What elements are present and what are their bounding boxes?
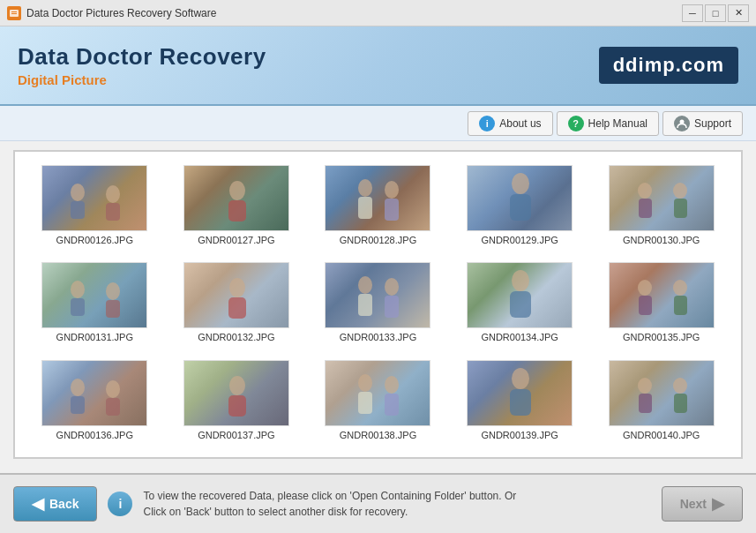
svg-rect-16 (385, 199, 399, 221)
bottom-info-line1: To view the recovered Data, please click… (143, 488, 516, 504)
svg-point-23 (673, 183, 687, 199)
image-thumbnail (325, 165, 430, 231)
back-arrow-icon: ◀ (32, 494, 44, 514)
svg-rect-12 (326, 166, 430, 231)
list-item[interactable]: GNDR00126.JPG (28, 165, 161, 249)
app-icon (7, 6, 21, 20)
image-thumbnail (467, 262, 573, 328)
svg-point-34 (358, 276, 372, 294)
list-item[interactable]: GNDR00127.JPG (170, 165, 303, 249)
svg-rect-61 (510, 389, 531, 416)
svg-rect-1 (11, 11, 17, 12)
svg-rect-8 (106, 203, 120, 221)
image-thumbnail (325, 360, 430, 426)
image-thumbnail (325, 262, 430, 328)
svg-rect-58 (385, 394, 399, 416)
svg-rect-41 (610, 263, 715, 328)
svg-point-52 (229, 376, 245, 395)
list-item[interactable]: GNDR00132.JPG (170, 262, 303, 346)
svg-rect-4 (42, 166, 147, 231)
list-item[interactable]: GNDR00129.JPG (453, 165, 587, 249)
list-item[interactable]: GNDR00128.JPG (311, 165, 445, 249)
maximize-button[interactable]: □ (705, 4, 726, 22)
svg-point-10 (229, 181, 245, 200)
svg-rect-22 (639, 199, 652, 218)
svg-rect-43 (639, 296, 652, 315)
list-item[interactable]: GNDR00133.JPG (311, 262, 445, 346)
back-button[interactable]: ◀ Back (13, 486, 97, 522)
next-label: Next (680, 497, 707, 511)
list-item[interactable]: GNDR00131.JPG (28, 262, 161, 346)
image-filename: GNDR00131.JPG (56, 332, 133, 342)
about-us-button[interactable]: i About us (468, 111, 552, 136)
app-header: Data Doctor Recovery Digital Picture ddi… (0, 26, 756, 106)
help-icon: ? (568, 116, 584, 131)
list-item[interactable]: GNDR00140.JPG (595, 360, 728, 444)
image-thumbnail (41, 165, 147, 231)
app-title-block: Data Doctor Recovery Digital Picture (18, 43, 266, 87)
svg-rect-40 (510, 291, 531, 318)
title-bar: Data Doctor Pictures Recovery Software ─… (0, 0, 756, 26)
svg-point-21 (638, 183, 652, 199)
svg-rect-64 (639, 394, 652, 413)
svg-rect-54 (326, 361, 430, 426)
svg-point-42 (638, 280, 652, 296)
list-item[interactable]: GNDR00134.JPG (453, 262, 587, 346)
image-thumbnail (183, 165, 289, 231)
svg-rect-20 (610, 166, 715, 231)
svg-rect-14 (358, 197, 372, 219)
svg-point-18 (512, 173, 529, 194)
svg-rect-46 (42, 361, 147, 426)
svg-point-63 (638, 378, 652, 394)
svg-rect-27 (71, 298, 85, 316)
list-item[interactable]: GNDR00138.JPG (311, 360, 445, 444)
help-manual-label: Help Manual (588, 117, 647, 130)
image-filename: GNDR00140.JPG (623, 430, 700, 440)
next-button[interactable]: Next ▶ (662, 486, 743, 522)
svg-point-7 (106, 185, 120, 203)
svg-point-26 (71, 281, 85, 298)
image-filename: GNDR00136.JPG (56, 430, 133, 440)
image-filename: GNDR00127.JPG (198, 235, 274, 245)
image-thumbnail (183, 262, 289, 328)
back-label: Back (49, 497, 79, 511)
svg-rect-56 (358, 392, 372, 414)
list-item[interactable]: GNDR00130.JPG (595, 165, 728, 249)
info-icon: i (479, 116, 495, 131)
image-thumbnail (609, 262, 715, 328)
image-thumbnail (467, 165, 573, 231)
list-item[interactable]: GNDR00137.JPG (170, 360, 303, 444)
image-filename: GNDR00137.JPG (198, 430, 274, 440)
app-logo: ddimp.com (599, 47, 738, 84)
svg-rect-45 (674, 296, 687, 315)
list-item[interactable]: GNDR00135.JPG (595, 262, 728, 346)
close-button[interactable]: ✕ (728, 4, 749, 22)
image-filename: GNDR00132.JPG (198, 332, 274, 342)
svg-rect-29 (106, 300, 120, 318)
image-thumbnail (41, 262, 147, 328)
support-button[interactable]: Support (662, 111, 743, 136)
image-filename: GNDR00134.JPG (481, 332, 558, 342)
list-item[interactable]: GNDR00139.JPG (453, 360, 587, 444)
svg-rect-33 (326, 263, 430, 328)
image-filename: GNDR00130.JPG (623, 235, 700, 245)
minimize-button[interactable]: ─ (682, 4, 703, 22)
help-manual-button[interactable]: ? Help Manual (557, 111, 659, 136)
svg-rect-66 (674, 394, 687, 413)
svg-point-65 (673, 378, 687, 394)
svg-rect-32 (228, 297, 246, 319)
about-us-label: About us (499, 117, 541, 130)
image-thumbnail (467, 360, 573, 426)
content-area: GNDR00126.JPG GNDR00127.JPG GNDR00128.JP… (13, 150, 743, 459)
image-thumbnail (609, 165, 715, 231)
svg-rect-6 (71, 201, 85, 219)
image-filename: GNDR00135.JPG (623, 332, 700, 342)
list-item[interactable]: GNDR00136.JPG (28, 360, 161, 444)
svg-rect-11 (228, 200, 246, 221)
nav-bar: i About us ? Help Manual Support (0, 106, 756, 141)
svg-rect-50 (106, 398, 120, 416)
image-thumbnail (609, 360, 715, 426)
svg-point-28 (106, 282, 120, 300)
support-icon (674, 116, 690, 131)
svg-point-31 (229, 278, 245, 297)
